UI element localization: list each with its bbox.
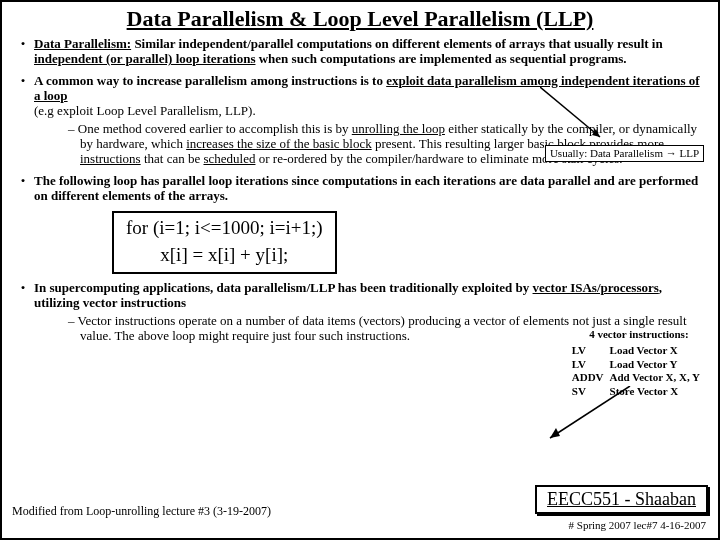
b3-text: The following loop has parallel loop ite… (34, 173, 708, 204)
bullet-dot: • (12, 173, 34, 204)
bullet-dot: • (12, 36, 34, 67)
footer-lecture-info: # Spring 2007 lec#7 4-16-2007 (569, 519, 706, 532)
b2s-m3: that can be (141, 151, 204, 166)
vector-instructions-block: 4 vector instructions: LVLoad Vector X L… (572, 328, 706, 399)
b2-tail: (e.g exploit Loop Level Parallelism, LLP… (34, 103, 256, 118)
vec-desc: Add Vector X, X, Y (610, 371, 706, 385)
b1-lead: Data Parallelism: (34, 36, 131, 51)
vec-op: LV (572, 358, 610, 372)
vec-row: ADDVAdd Vector X, X, Y (572, 371, 706, 385)
bullet-dot: • (12, 280, 34, 343)
b1-text1: Similar independent/parallel computation… (131, 36, 663, 51)
footer-modified: Modified from Loop-unrolling lecture #3 … (12, 504, 271, 518)
callout-pre: Usually: Data Parallelism (550, 147, 666, 159)
svg-marker-3 (550, 428, 560, 438)
bullet-3: • The following loop has parallel loop i… (12, 173, 708, 204)
vec-header: 4 vector instructions: (572, 328, 706, 342)
b4-pre: In supercomputing applications, data par… (34, 280, 533, 295)
vec-op: LV (572, 344, 610, 358)
vec-op: SV (572, 385, 610, 399)
b1-text2: when such computations are implemented a… (255, 51, 626, 66)
vec-row: LVLoad Vector X (572, 344, 706, 358)
footer-course-box: EECC551 - Shaaban (535, 485, 708, 514)
bullet-1: • Data Parallelism: Similar independent/… (12, 36, 708, 67)
code-line-1: for (i=1; i<=1000; i=i+1;) (126, 217, 323, 239)
b2s-u2: increases the size of the basic block (186, 136, 372, 151)
b2s-u1: unrolling the loop (352, 121, 445, 136)
slide-title: Data Parallelism & Loop Level Parallelis… (12, 6, 708, 32)
vec-row: LVLoad Vector Y (572, 358, 706, 372)
b2s-u4: scheduled (203, 151, 255, 166)
slide: Data Parallelism & Loop Level Parallelis… (0, 0, 720, 540)
b4-u: vector ISAs/processors (533, 280, 659, 295)
b1-under: independent (or parallel) loop iteration… (34, 51, 255, 66)
code-line-2: x[i] = x[i] + y[i]; (126, 244, 323, 266)
vec-table: LVLoad Vector X LVLoad Vector Y ADDVAdd … (572, 344, 706, 399)
callout-post: LLP (677, 147, 699, 159)
vec-row: SVStore Vector X (572, 385, 706, 399)
b2-lead: A common way to increase parallelism amo… (34, 73, 386, 88)
b2s-pre: – One method covered earlier to accompli… (68, 121, 352, 136)
arrow-icon: → (666, 147, 677, 159)
vec-op: ADDV (572, 371, 610, 385)
vec-desc: Load Vector X (610, 344, 706, 358)
vec-desc: Store Vector X (610, 385, 706, 399)
vec-desc: Load Vector Y (610, 358, 706, 372)
callout-box: Usually: Data Parallelism → LLP (545, 145, 704, 162)
bullet-dot: • (12, 73, 34, 167)
code-box: for (i=1; i<=1000; i=i+1;) x[i] = x[i] +… (112, 211, 337, 274)
